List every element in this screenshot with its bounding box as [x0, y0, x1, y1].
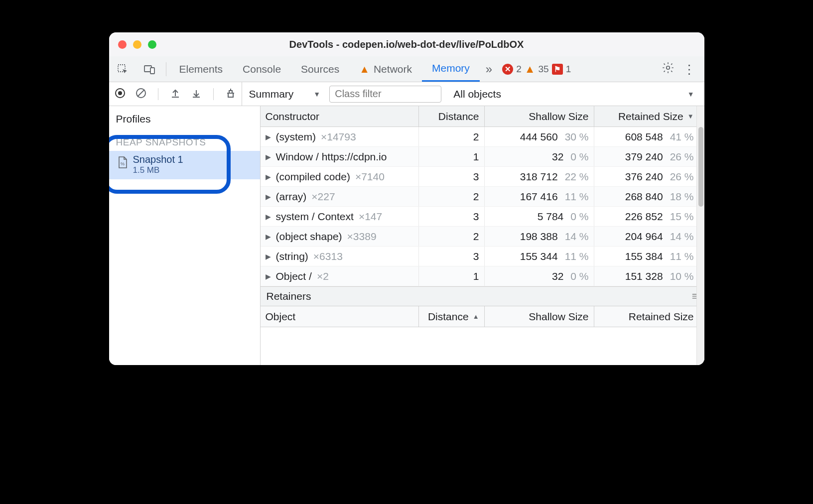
table-row[interactable]: ▶Object / ×21320 %151 32810 % — [261, 266, 704, 286]
devtools-window: DevTools - codepen.io/web-dot-dev/live/P… — [109, 32, 704, 365]
close-window-button[interactable] — [118, 40, 127, 49]
error-count: 2 — [516, 64, 522, 75]
cell-retained: 151 32810 % — [594, 266, 699, 286]
table-row[interactable]: ▶(object shape) ×33892198 38814 %204 964… — [261, 227, 704, 247]
snapshot-name: Snapshot 1 — [133, 154, 253, 165]
minimize-window-button[interactable] — [133, 40, 141, 49]
sort-asc-icon: ▲ — [473, 313, 479, 320]
divider — [213, 88, 214, 100]
more-tabs-button[interactable]: » — [480, 62, 498, 76]
settings-icon[interactable] — [662, 61, 675, 77]
cell-retained: 204 96414 % — [594, 227, 699, 246]
chevron-down-icon[interactable]: ▼ — [687, 90, 694, 98]
cell-retained: 376 24026 % — [594, 167, 699, 186]
tab-elements[interactable]: Elements — [169, 56, 233, 82]
inspect-element-icon[interactable] — [109, 56, 136, 82]
cell-distance: 2 — [419, 187, 485, 206]
cell-shallow: 444 56030 % — [485, 127, 594, 146]
col-retained-size[interactable]: Retained Size — [594, 306, 699, 327]
save-icon[interactable] — [190, 87, 202, 101]
retainers-body — [261, 327, 704, 365]
retainers-bar[interactable]: Retainers ≡ — [261, 286, 704, 306]
disclosure-triangle-icon[interactable]: ▶ — [266, 193, 271, 201]
cell-retained: 268 84018 % — [594, 187, 699, 206]
table-row[interactable]: ▶(array) ×2272167 41611 %268 84018 % — [261, 187, 704, 207]
cell-distance: 3 — [419, 207, 485, 226]
disclosure-triangle-icon[interactable]: ▶ — [266, 233, 271, 241]
disclosure-triangle-icon[interactable]: ▶ — [266, 252, 271, 260]
warning-count: 35 — [539, 64, 549, 75]
clear-icon[interactable] — [135, 87, 147, 101]
disclosure-triangle-icon[interactable]: ▶ — [266, 272, 271, 280]
retainers-header: Object Distance▲ Shallow Size Retained S… — [261, 306, 704, 327]
warning-badge-icon[interactable]: ▲ — [525, 63, 536, 76]
cell-shallow: 318 71222 % — [485, 167, 594, 186]
divider — [158, 88, 158, 100]
col-constructor[interactable]: Constructor — [261, 106, 419, 126]
svg-rect-8 — [228, 93, 233, 97]
svg-point-3 — [666, 66, 670, 70]
cell-shallow: 320 % — [485, 266, 594, 286]
divider — [166, 62, 166, 76]
tab-network[interactable]: ▲ Network — [349, 56, 422, 82]
objects-filter-dropdown[interactable]: All objects — [453, 88, 501, 100]
col-object[interactable]: Object — [261, 306, 419, 327]
disclosure-triangle-icon[interactable]: ▶ — [266, 133, 271, 141]
snapshot-item[interactable]: % Snapshot 1 1.5 MB — [109, 151, 260, 179]
constructor-name: (object shape) — [276, 231, 342, 243]
disclosure-triangle-icon[interactable]: ▶ — [266, 173, 271, 181]
disclosure-triangle-icon[interactable]: ▶ — [266, 153, 271, 161]
record-icon[interactable] — [114, 87, 126, 101]
tab-memory[interactable]: Memory — [422, 56, 480, 82]
disclosure-triangle-icon[interactable]: ▶ — [266, 213, 271, 221]
svg-point-5 — [118, 91, 122, 95]
constructor-name: Object / — [276, 270, 312, 282]
table-row[interactable]: ▶(compiled code) ×71403318 71222 %376 24… — [261, 167, 704, 187]
kebab-menu-icon[interactable]: ⋯ — [683, 63, 696, 75]
cell-shallow: 167 41611 % — [485, 187, 594, 206]
table-row[interactable]: ▶(system) ×147932444 56030 %608 54841 % — [261, 127, 704, 147]
issues-badge-icon[interactable]: ⚑ — [552, 64, 563, 75]
scrollbar-thumb[interactable] — [698, 127, 703, 207]
garbage-collect-icon[interactable] — [225, 87, 237, 101]
error-badge-icon[interactable]: ✕ — [502, 64, 513, 75]
table-row[interactable]: ▶Window / https://cdpn.io1320 %379 24026… — [261, 147, 704, 167]
chevron-down-icon: ▼ — [313, 90, 320, 98]
col-shallow-size[interactable]: Shallow Size — [485, 106, 594, 126]
col-shallow-size[interactable]: Shallow Size — [485, 306, 594, 327]
load-icon[interactable] — [169, 87, 181, 101]
tab-console[interactable]: Console — [233, 56, 291, 82]
traffic-lights — [109, 40, 156, 49]
snapshot-file-icon: % — [117, 156, 128, 169]
col-retained-size[interactable]: Retained Size▼ — [594, 106, 699, 126]
retainers-label: Retainers — [267, 290, 311, 302]
constructor-count: ×227 — [311, 191, 335, 203]
devtools-tabs: Elements Console Sources ▲ Network Memor… — [109, 56, 704, 82]
device-toolbar-icon[interactable] — [136, 56, 163, 82]
table-row[interactable]: ▶system / Context ×14735 7840 %226 85215… — [261, 207, 704, 227]
cell-retained: 608 54841 % — [594, 127, 699, 146]
cell-distance: 2 — [419, 227, 485, 246]
titlebar: DevTools - codepen.io/web-dot-dev/live/P… — [109, 32, 704, 56]
cell-distance: 3 — [419, 247, 485, 266]
table-row[interactable]: ▶(string) ×63133155 34411 %155 38411 % — [261, 247, 704, 266]
maximize-window-button[interactable] — [148, 40, 156, 49]
dropdown-label: Summary — [249, 88, 294, 100]
svg-text:%: % — [121, 161, 125, 166]
constructor-count: ×7140 — [355, 171, 385, 183]
class-filter-input[interactable] — [329, 86, 441, 103]
col-distance[interactable]: Distance — [419, 106, 485, 126]
col-distance[interactable]: Distance▲ — [419, 306, 485, 327]
cell-shallow: 5 7840 % — [485, 207, 594, 226]
constructor-name: (string) — [276, 251, 308, 262]
scrollbar[interactable] — [696, 106, 704, 365]
constructor-name: Window / https://cdpn.io — [276, 151, 387, 163]
window-title: DevTools - codepen.io/web-dot-dev/live/P… — [109, 39, 704, 50]
view-mode-dropdown[interactable]: Summary ▼ — [249, 88, 321, 100]
tab-label: Sources — [301, 63, 339, 75]
cell-constructor: ▶(string) ×6313 — [261, 247, 419, 266]
tab-sources[interactable]: Sources — [291, 56, 349, 82]
tab-label: Elements — [179, 63, 223, 75]
heap-table: Constructor Distance Shallow Size Retain… — [261, 106, 704, 365]
cell-shallow: 198 38814 % — [485, 227, 594, 246]
